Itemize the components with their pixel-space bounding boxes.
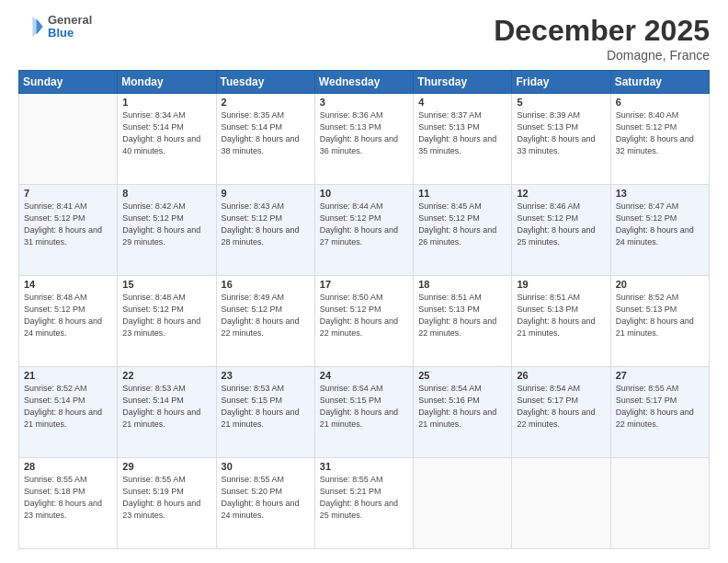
- day-info: Sunrise: 8:54 AMSunset: 5:17 PMDaylight:…: [517, 384, 595, 429]
- day-info: Sunrise: 8:51 AMSunset: 5:13 PMDaylight:…: [517, 293, 595, 338]
- day-number: 6: [616, 97, 704, 108]
- day-number: 20: [616, 279, 704, 290]
- day-info: Sunrise: 8:40 AMSunset: 5:12 PMDaylight:…: [616, 110, 694, 155]
- day-number: 22: [122, 370, 210, 381]
- day-info: Sunrise: 8:52 AMSunset: 5:13 PMDaylight:…: [616, 293, 694, 338]
- calendar-cell: 11Sunrise: 8:45 AMSunset: 5:12 PMDayligh…: [414, 185, 512, 276]
- calendar-cell: 7Sunrise: 8:41 AMSunset: 5:12 PMDaylight…: [19, 185, 118, 276]
- calendar-cell: 26Sunrise: 8:54 AMSunset: 5:17 PMDayligh…: [512, 367, 610, 458]
- calendar-cell: 19Sunrise: 8:51 AMSunset: 5:13 PMDayligh…: [512, 276, 610, 367]
- calendar-cell: 30Sunrise: 8:55 AMSunset: 5:20 PMDayligh…: [216, 458, 314, 549]
- day-info: Sunrise: 8:48 AMSunset: 5:12 PMDaylight:…: [24, 293, 102, 338]
- logo-blue-label: Blue: [48, 27, 92, 40]
- day-info: Sunrise: 8:55 AMSunset: 5:21 PMDaylight:…: [320, 475, 398, 520]
- day-info: Sunrise: 8:43 AMSunset: 5:12 PMDaylight:…: [222, 201, 300, 247]
- day-info: Sunrise: 8:47 AMSunset: 5:12 PMDaylight:…: [616, 201, 694, 247]
- day-number: 4: [418, 97, 506, 108]
- calendar-cell: 31Sunrise: 8:55 AMSunset: 5:21 PMDayligh…: [314, 458, 413, 549]
- day-number: 14: [24, 279, 112, 290]
- calendar-cell: [512, 458, 610, 549]
- calendar-cell: 8Sunrise: 8:42 AMSunset: 5:12 PMDaylight…: [118, 185, 216, 276]
- calendar-cell: 29Sunrise: 8:55 AMSunset: 5:19 PMDayligh…: [118, 458, 216, 549]
- day-number: 28: [24, 461, 112, 472]
- calendar-cell: 21Sunrise: 8:52 AMSunset: 5:14 PMDayligh…: [19, 367, 118, 458]
- day-info: Sunrise: 8:48 AMSunset: 5:12 PMDaylight:…: [122, 293, 200, 338]
- page: General Blue December 2025 Domagne, Fran…: [0, 0, 728, 563]
- calendar-cell: 22Sunrise: 8:53 AMSunset: 5:14 PMDayligh…: [118, 367, 216, 458]
- calendar-cell: 15Sunrise: 8:48 AMSunset: 5:12 PMDayligh…: [118, 276, 216, 367]
- day-info: Sunrise: 8:55 AMSunset: 5:20 PMDaylight:…: [222, 475, 300, 520]
- logo: General Blue: [18, 14, 92, 40]
- title-block: December 2025 Domagne, France: [494, 14, 710, 63]
- day-number: 18: [418, 279, 506, 290]
- calendar-cell: 25Sunrise: 8:54 AMSunset: 5:16 PMDayligh…: [414, 367, 512, 458]
- day-number: 21: [24, 370, 112, 381]
- day-number: 24: [320, 370, 408, 381]
- calendar-cell: 27Sunrise: 8:55 AMSunset: 5:17 PMDayligh…: [610, 367, 709, 458]
- day-info: Sunrise: 8:41 AMSunset: 5:12 PMDaylight:…: [24, 201, 102, 247]
- calendar-cell: 18Sunrise: 8:51 AMSunset: 5:13 PMDayligh…: [414, 276, 512, 367]
- calendar-header-sunday: Sunday: [19, 71, 118, 94]
- calendar-cell: 24Sunrise: 8:54 AMSunset: 5:15 PMDayligh…: [314, 367, 413, 458]
- calendar-cell: 16Sunrise: 8:49 AMSunset: 5:12 PMDayligh…: [216, 276, 314, 367]
- calendar-cell: 10Sunrise: 8:44 AMSunset: 5:12 PMDayligh…: [314, 185, 413, 276]
- day-info: Sunrise: 8:39 AMSunset: 5:13 PMDaylight:…: [517, 110, 595, 155]
- calendar-week-row: 1Sunrise: 8:34 AMSunset: 5:14 PMDaylight…: [19, 94, 710, 185]
- calendar-header-saturday: Saturday: [610, 71, 709, 94]
- calendar-week-row: 7Sunrise: 8:41 AMSunset: 5:12 PMDaylight…: [19, 185, 710, 276]
- calendar-header-thursday: Thursday: [414, 71, 512, 94]
- day-info: Sunrise: 8:50 AMSunset: 5:12 PMDaylight:…: [320, 293, 398, 338]
- day-number: 2: [222, 97, 310, 108]
- day-number: 5: [517, 97, 605, 108]
- day-info: Sunrise: 8:37 AMSunset: 5:13 PMDaylight:…: [418, 110, 496, 155]
- day-info: Sunrise: 8:51 AMSunset: 5:13 PMDaylight:…: [418, 293, 496, 338]
- day-number: 31: [320, 461, 408, 472]
- day-number: 7: [24, 188, 112, 199]
- day-number: 23: [222, 370, 310, 381]
- calendar-cell: 23Sunrise: 8:53 AMSunset: 5:15 PMDayligh…: [216, 367, 314, 458]
- calendar-cell: 4Sunrise: 8:37 AMSunset: 5:13 PMDaylight…: [414, 94, 512, 185]
- calendar-table: SundayMondayTuesdayWednesdayThursdayFrid…: [18, 70, 710, 549]
- calendar-header-tuesday: Tuesday: [216, 71, 314, 94]
- day-info: Sunrise: 8:49 AMSunset: 5:12 PMDaylight:…: [222, 293, 300, 338]
- day-number: 30: [222, 461, 310, 472]
- day-info: Sunrise: 8:36 AMSunset: 5:13 PMDaylight:…: [320, 110, 398, 155]
- calendar-cell: 13Sunrise: 8:47 AMSunset: 5:12 PMDayligh…: [610, 185, 709, 276]
- day-number: 12: [517, 188, 605, 199]
- day-info: Sunrise: 8:34 AMSunset: 5:14 PMDaylight:…: [122, 110, 200, 155]
- day-number: 9: [222, 188, 310, 199]
- calendar-week-row: 21Sunrise: 8:52 AMSunset: 5:14 PMDayligh…: [19, 367, 710, 458]
- svg-marker-1: [32, 17, 42, 37]
- calendar-header-wednesday: Wednesday: [314, 71, 413, 94]
- day-info: Sunrise: 8:35 AMSunset: 5:14 PMDaylight:…: [222, 110, 300, 155]
- calendar-header-monday: Monday: [118, 71, 216, 94]
- calendar-header-row: SundayMondayTuesdayWednesdayThursdayFrid…: [19, 71, 710, 94]
- day-info: Sunrise: 8:42 AMSunset: 5:12 PMDaylight:…: [122, 201, 200, 247]
- calendar-week-row: 14Sunrise: 8:48 AMSunset: 5:12 PMDayligh…: [19, 276, 710, 367]
- day-info: Sunrise: 8:55 AMSunset: 5:18 PMDaylight:…: [24, 475, 102, 520]
- day-number: 25: [418, 370, 506, 381]
- day-info: Sunrise: 8:46 AMSunset: 5:12 PMDaylight:…: [517, 201, 595, 247]
- day-info: Sunrise: 8:45 AMSunset: 5:12 PMDaylight:…: [418, 201, 496, 247]
- calendar-cell: [414, 458, 512, 549]
- day-info: Sunrise: 8:53 AMSunset: 5:14 PMDaylight:…: [122, 384, 200, 429]
- calendar-cell: [610, 458, 709, 549]
- day-info: Sunrise: 8:52 AMSunset: 5:14 PMDaylight:…: [24, 384, 102, 429]
- header: General Blue December 2025 Domagne, Fran…: [18, 14, 710, 63]
- day-number: 3: [320, 97, 408, 108]
- calendar-cell: 9Sunrise: 8:43 AMSunset: 5:12 PMDaylight…: [216, 185, 314, 276]
- calendar-cell: 12Sunrise: 8:46 AMSunset: 5:12 PMDayligh…: [512, 185, 610, 276]
- logo-icon: [18, 14, 44, 40]
- calendar-cell: 2Sunrise: 8:35 AMSunset: 5:14 PMDaylight…: [216, 94, 314, 185]
- calendar-cell: 20Sunrise: 8:52 AMSunset: 5:13 PMDayligh…: [610, 276, 709, 367]
- day-info: Sunrise: 8:44 AMSunset: 5:12 PMDaylight:…: [320, 201, 398, 247]
- day-number: 8: [122, 188, 210, 199]
- logo-general-label: General: [48, 14, 92, 27]
- day-number: 13: [616, 188, 704, 199]
- calendar-week-row: 28Sunrise: 8:55 AMSunset: 5:18 PMDayligh…: [19, 458, 710, 549]
- day-info: Sunrise: 8:54 AMSunset: 5:15 PMDaylight:…: [320, 384, 398, 429]
- calendar-cell: 28Sunrise: 8:55 AMSunset: 5:18 PMDayligh…: [19, 458, 118, 549]
- day-number: 16: [222, 279, 310, 290]
- calendar-cell: [19, 94, 118, 185]
- month-title: December 2025: [494, 14, 710, 48]
